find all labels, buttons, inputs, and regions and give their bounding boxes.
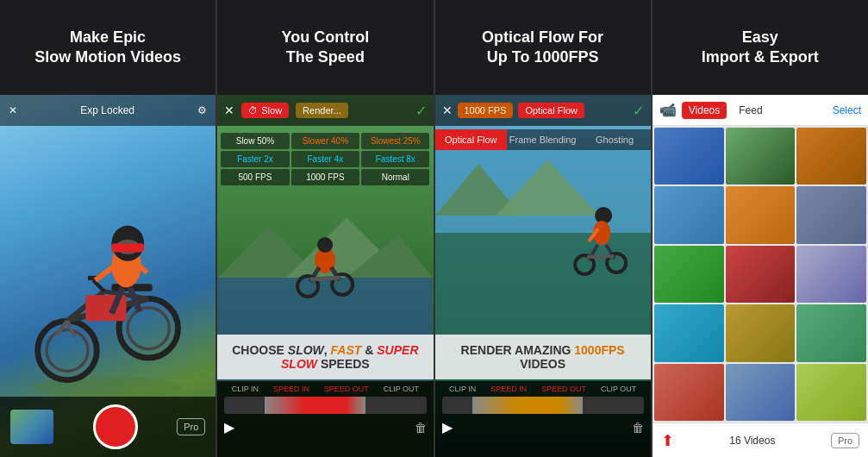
video-thumb-2[interactable] (726, 128, 796, 185)
timeline-bar-p3 (442, 397, 644, 414)
pro-badge[interactable]: Pro (177, 418, 205, 435)
label-speed-in: SPEED IN (273, 385, 309, 393)
video-grid (653, 126, 868, 423)
trash-button[interactable]: 🗑 (415, 421, 427, 435)
video-thumb-5[interactable] (726, 186, 796, 243)
label-clip-out: CLIP OUT (384, 385, 419, 393)
label-speed-in-p3: SPEED IN (490, 385, 527, 393)
speed-cell-500fps[interactable]: 500 FPS (221, 169, 289, 185)
river-scene (435, 147, 651, 362)
speed-cell-slowest25[interactable]: Slowest 25% (361, 133, 429, 149)
video-thumb-1[interactable] (654, 128, 724, 185)
panel-3-bottom: CLIP IN SPEED IN SPEED OUT CLIP OUT ▶ 🗑 (435, 381, 651, 457)
svg-line-43 (587, 256, 614, 257)
video-thumb-15[interactable] (796, 364, 866, 421)
timeline-fill (265, 397, 365, 414)
panel-3-header: Optical Flow For Up To 1000FPS (435, 0, 651, 95)
svg-point-27 (317, 237, 333, 253)
speed-grid: Slow 50% Slower 40% Slowest 25% Faster 2… (217, 129, 433, 189)
panel-4-bottom: ⬆ 16 Videos Pro (653, 423, 868, 457)
thumbnail-strip (10, 410, 53, 444)
video-thumb-3[interactable] (796, 128, 866, 185)
svg-point-2 (47, 329, 88, 371)
clock-icon: ⏱ (248, 105, 258, 116)
check-icon[interactable]: ✓ (415, 103, 427, 119)
panel-3: Optical Flow For Up To 1000FPS (435, 0, 653, 457)
check-icon-p3[interactable]: ✓ (633, 103, 644, 119)
panel-4: Easy Import & Export 📹 Videos Feed Selec… (653, 0, 868, 457)
timeline-labels: CLIP IN SPEED IN SPEED OUT CLIP OUT (217, 381, 433, 395)
video-thumb-7[interactable] (654, 246, 724, 303)
main-container: Make Epic Slow Motion Videos (0, 0, 868, 457)
select-button[interactable]: Select (833, 104, 861, 116)
timeline-labels-p3: CLIP IN SPEED IN SPEED OUT CLIP OUT (435, 381, 651, 395)
label-speed-out: SPEED OUT (324, 385, 369, 393)
svg-line-32 (310, 278, 340, 279)
video-thumb-10[interactable] (654, 304, 724, 361)
optical-flow-method[interactable]: Optical Flow (435, 129, 507, 150)
panel-2-toolbar: ✕ ⏱ Slow Render... ✓ (217, 95, 433, 126)
panel-1-bottom-controls: Pro (0, 397, 215, 457)
close-icon-p2[interactable]: ✕ (224, 103, 234, 117)
optical-flow-tab[interactable]: Optical Flow (518, 103, 584, 118)
video-thumb-8[interactable] (726, 246, 796, 303)
render-tab[interactable]: Render... (296, 103, 348, 118)
play-button[interactable]: ▶ (224, 419, 241, 436)
panel-2: You Control The Speed ✕ (217, 0, 434, 457)
panel-2-title: You Control The Speed (282, 28, 370, 68)
play-button-p3[interactable]: ▶ (442, 419, 459, 436)
video-thumb-9[interactable] (796, 246, 866, 303)
panel-2-bottom: CLIP IN SPEED IN SPEED OUT CLIP OUT ▶ 🗑 (217, 381, 433, 457)
video-thumb-4[interactable] (654, 186, 724, 243)
play-row: ▶ 🗑 (217, 416, 433, 440)
pro-badge-p4[interactable]: Pro (831, 433, 859, 448)
panel-1-header: Make Epic Slow Motion Videos (0, 0, 215, 95)
speed-cell-slow50[interactable]: Slow 50% (221, 133, 289, 149)
svg-line-17 (96, 266, 116, 280)
render-banner: RENDER AMAZING 1000FPS VIDEOS (435, 335, 651, 379)
speed-cell-normal[interactable]: Normal (361, 169, 429, 185)
ghosting-method[interactable]: Ghosting (578, 129, 650, 150)
panel-3-body: ✕ 1000 FPS Optical Flow ✓ Optical Flow F… (435, 95, 651, 457)
speed-cell-fastest8x[interactable]: Fastest 8x (361, 151, 429, 167)
speed-cell-slower40[interactable]: Slower 40% (291, 133, 359, 149)
panel-2-header: You Control The Speed (217, 0, 433, 95)
label-speed-out-p3: SPEED OUT (541, 385, 586, 393)
method-tabs: Optical Flow Frame Blending Ghosting (435, 129, 651, 150)
play-row-p3: ▶ 🗑 (435, 416, 651, 440)
fps-tab[interactable]: 1000 FPS (458, 103, 514, 118)
panel-1-toolbar: ✕ Exp Locked ⚙ (0, 95, 215, 126)
video-thumb-12[interactable] (796, 304, 866, 361)
panel-4-header: Easy Import & Export (653, 0, 868, 95)
exp-locked-label: Exp Locked (80, 104, 134, 116)
panel-1-body: ✕ Exp Locked ⚙ Pro (0, 95, 215, 457)
panel-1-title: Make Epic Slow Motion Videos (34, 28, 181, 68)
settings-icon[interactable]: ⚙ (197, 104, 207, 116)
video-thumb-14[interactable] (726, 364, 796, 421)
speed-cell-faster4x[interactable]: Faster 4x (291, 151, 359, 167)
speed-cell-faster2x[interactable]: Faster 2x (221, 151, 289, 167)
feed-tab[interactable]: Feed (732, 102, 769, 119)
video-camera-icon: 📹 (659, 102, 677, 118)
timeline-fill-p3 (472, 397, 584, 414)
panel-2-body: ✕ ⏱ Slow Render... ✓ Slow 50% Slower 40%… (217, 95, 433, 457)
panel-3-title: Optical Flow For Up To 1000FPS (482, 28, 603, 68)
panel-4-title: Easy Import & Export (702, 28, 819, 68)
close-icon-p3[interactable]: ✕ (442, 103, 453, 117)
upload-icon[interactable]: ⬆ (661, 431, 674, 450)
label-clip-out-p3: CLIP OUT (601, 385, 636, 393)
videos-tab[interactable]: Videos (682, 102, 727, 119)
frame-blending-method[interactable]: Frame Blending (507, 129, 578, 150)
speed-cell-1000fps[interactable]: 1000 FPS (291, 169, 359, 185)
video-thumb-13[interactable] (654, 364, 724, 421)
video-thumb-6[interactable] (796, 186, 866, 243)
panel-3-toolbar: ✕ 1000 FPS Optical Flow ✓ (435, 95, 651, 126)
slow-tab[interactable]: ⏱ Slow (241, 103, 289, 118)
close-icon[interactable]: ✕ (9, 104, 17, 116)
label-clip-in-p3: CLIP IN (449, 385, 476, 393)
video-thumb-11[interactable] (726, 304, 796, 361)
trash-button-p3[interactable]: 🗑 (632, 421, 644, 435)
svg-rect-21 (111, 243, 144, 252)
record-button[interactable] (93, 404, 138, 449)
motocross-rider (0, 151, 215, 410)
